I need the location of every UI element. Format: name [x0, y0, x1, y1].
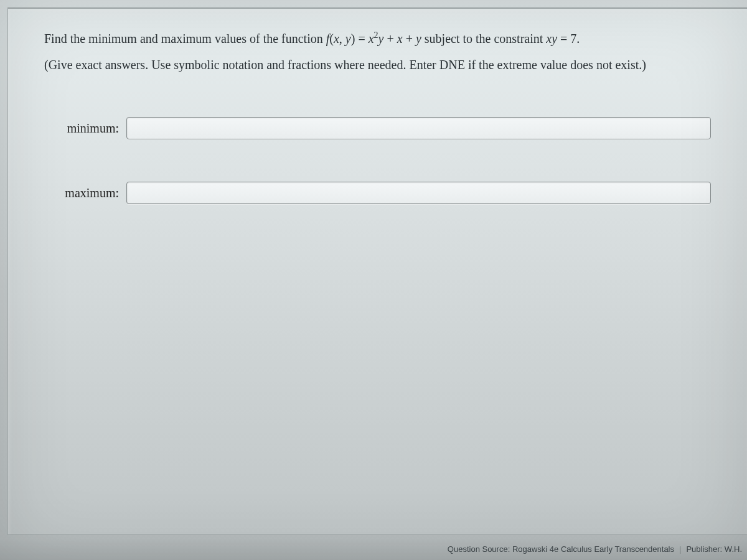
maximum-label: maximum:: [64, 186, 126, 200]
arg-y: y: [345, 32, 351, 45]
minimum-row: minimum:: [44, 117, 715, 139]
question-text: Find the minimum and maximum values of t…: [44, 29, 715, 49]
expr-y2: y: [416, 32, 421, 45]
arg-x: x: [334, 32, 339, 45]
question-panel: Find the minimum and maximum values of t…: [7, 7, 747, 535]
footer-divider: |: [674, 544, 686, 554]
args-sep: ,: [339, 32, 345, 45]
expr-exponent: 2: [374, 30, 378, 40]
paren-close-eq: ) =: [351, 32, 369, 45]
constraint-eq: = 7.: [557, 32, 580, 45]
instructions-text: (Give exact answers. Use symbolic notati…: [44, 55, 715, 75]
constraint-xy: xy: [546, 32, 557, 45]
question-source-link[interactable]: Question Source: Rogawski 4e Calculus Ea…: [448, 544, 674, 554]
minimum-input[interactable]: [126, 117, 711, 139]
publisher-link[interactable]: Publisher: W.H.: [686, 544, 742, 554]
maximum-input[interactable]: [126, 182, 711, 204]
question-prefix: Find the minimum and maximum values of t…: [44, 32, 326, 45]
plus-2: +: [403, 32, 416, 45]
footer-bar: Question Source: Rogawski 4e Calculus Ea…: [0, 538, 747, 560]
paren-open: (: [329, 32, 334, 45]
minimum-label: minimum:: [64, 121, 126, 136]
subject-text: subject to the constraint: [421, 32, 547, 45]
expr-x: x: [369, 32, 374, 45]
plus-1: +: [383, 32, 397, 45]
maximum-row: maximum:: [44, 182, 715, 204]
expr-x2: x: [397, 32, 403, 45]
